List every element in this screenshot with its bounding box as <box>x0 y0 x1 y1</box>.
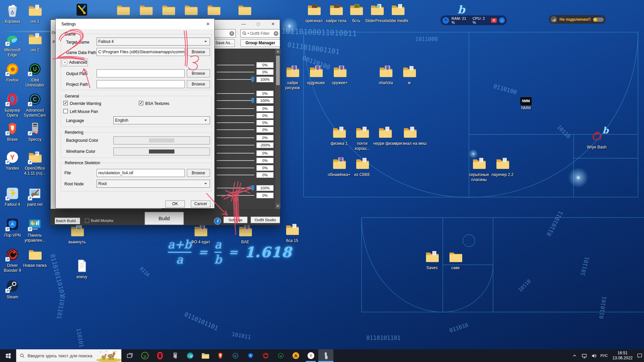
project-path-input[interactable] <box>97 80 185 88</box>
desktop-icon[interactable]: UIObit Uninstaller <box>19 62 51 87</box>
taskbar-app-operatb[interactable] <box>152 349 167 362</box>
advanced-toggle[interactable]: Advanced <box>62 59 87 65</box>
desktop-icon[interactable]: cbbe medhi <box>382 3 414 23</box>
scroll-down-icon[interactable]: ▼ <box>275 203 280 209</box>
desktop-icon[interactable]: лаунчер 2.2 <box>486 157 519 177</box>
desktop-icon[interactable]: выкинуть <box>61 224 93 245</box>
slider-value[interactable]: 100% <box>256 76 274 82</box>
taskbar-app-bodyslide[interactable] <box>318 349 333 362</box>
taskbar-app-bravetb[interactable] <box>213 349 228 362</box>
desktop-icon[interactable]: ФО 4 едит <box>184 224 217 245</box>
save-as-button[interactable]: Save As... <box>214 39 235 47</box>
desktop-icon[interactable]: BAE <box>229 224 261 245</box>
slider-track[interactable] <box>217 129 254 130</box>
slider-value[interactable]: 0% <box>256 62 274 68</box>
browse-project-button[interactable]: Browse <box>187 80 210 88</box>
batch-build-button[interactable]: Batch Build... <box>55 218 80 224</box>
vpn-toggle[interactable] <box>593 17 604 22</box>
output-path-input[interactable] <box>97 69 185 77</box>
bsa-textures-checkbox[interactable]: ✓ <box>139 101 143 105</box>
slider-value[interactable]: 0% <box>256 172 274 178</box>
build-morphs-checkbox[interactable] <box>85 219 89 223</box>
slider-track[interactable] <box>217 122 254 123</box>
desktop-icon[interactable]: OpenOffice 4.1.11 (ru)... <box>19 150 51 176</box>
taskbar-app-edgetb[interactable] <box>182 349 198 362</box>
tray-language[interactable]: РУС <box>598 349 610 362</box>
close-button[interactable]: ✕ <box>269 22 277 26</box>
root-node-select[interactable]: Root <box>97 180 210 188</box>
desktop-icon[interactable] <box>66 3 98 18</box>
desktop-icon[interactable]: Speccy <box>19 121 51 142</box>
desktop-icon[interactable]: enevy <box>66 259 98 280</box>
tray-volume-icon[interactable] <box>589 349 598 362</box>
slider-value[interactable]: 0% <box>256 150 274 156</box>
scrollbar-thumb[interactable] <box>276 56 280 85</box>
vpn-status-widget[interactable]: Не подключен!! <box>549 15 606 24</box>
slider-thumb[interactable] <box>251 98 254 104</box>
tray-network-icon[interactable] <box>580 349 589 362</box>
arrow-right-icon[interactable]: → <box>499 17 505 23</box>
slider-value[interactable]: 0% <box>256 90 274 97</box>
language-select[interactable]: English <box>113 116 210 124</box>
desktop-icon[interactable]: оружие+ <box>324 65 356 85</box>
maximize-button[interactable]: □ <box>254 22 262 26</box>
slider-track[interactable] <box>217 65 254 65</box>
slider-track[interactable] <box>217 153 254 154</box>
slider-track[interactable] <box>217 108 254 109</box>
slider-value[interactable]: 0% <box>256 192 274 198</box>
desktop-icon[interactable] <box>228 3 261 18</box>
desktop-icon[interactable]: Панель управлен... <box>19 217 51 243</box>
slider-thumb[interactable] <box>251 77 254 82</box>
desktop-icon-nmm[interactable]: NMM NMM <box>510 97 542 111</box>
game-data-path-input[interactable]: C:\Program Files (x86)\Steam\steamapps\c… <box>97 48 185 56</box>
scrollbar[interactable]: ▲ ▼ <box>275 49 280 209</box>
desktop-icon[interactable]: Steam <box>0 279 29 300</box>
dialog-titlebar[interactable]: Settings ✕ <box>56 19 214 29</box>
slider-value[interactable]: 0% <box>256 127 274 133</box>
minimize-button[interactable]: — <box>239 22 248 26</box>
filter-dropdown-arrow[interactable]: ▾ <box>248 30 249 37</box>
taskbar-app-utorrent[interactable]: µ <box>137 349 152 362</box>
outfit-studio-button[interactable]: Outfit Studio <box>251 217 280 223</box>
slider-track[interactable] <box>217 79 254 80</box>
taskbar-app-explorer[interactable] <box>198 349 213 362</box>
taskbar-app-iobittb[interactable]: U <box>273 349 288 362</box>
slider-value[interactable]: 0% <box>256 120 274 126</box>
slider-track[interactable] <box>217 100 254 101</box>
browse-output-button[interactable]: Browse <box>187 69 210 77</box>
browse-skeleton-button[interactable]: Browse <box>187 169 210 177</box>
clear-filter-icon[interactable]: ✕ <box>229 31 234 36</box>
taskbar-app-itoptb[interactable] <box>243 349 258 362</box>
desktop-icon[interactable]: из CBBE <box>346 157 378 177</box>
browse-game-data-button[interactable]: Browse <box>187 48 210 56</box>
override-warning-checkbox[interactable]: ✓ <box>63 101 68 105</box>
camera-icon[interactable] <box>491 18 497 23</box>
preset-filter-input[interactable]: ✕ <box>214 29 236 38</box>
taskbar-search[interactable]: Введите здесь текст для поиска <box>16 349 121 362</box>
desktop-icon[interactable]: саве <box>439 250 472 270</box>
desktop-icon[interactable]: оригинал на меш <box>394 125 426 146</box>
tray-chevron-up-icon[interactable] <box>570 349 579 362</box>
group-manager-button[interactable]: Group Manager <box>240 39 280 47</box>
slider-value[interactable]: 100% <box>256 185 274 191</box>
desktop-icon[interactable]: paint.net <box>19 186 51 207</box>
desktop-icon[interactable]: oni 2 <box>19 32 51 53</box>
action-center-icon[interactable] <box>635 349 644 362</box>
slider-value[interactable]: 0% <box>256 135 274 141</box>
desktop-icon[interactable]: 6ca 15 <box>276 223 308 243</box>
outfit-filter-input[interactable]: ▾ Outfit Filter ✕ <box>240 29 280 38</box>
background-color-button[interactable] <box>113 136 210 144</box>
desktop-icon[interactable]: Wrye Bash <box>581 129 613 150</box>
slider-track[interactable] <box>217 188 254 188</box>
skeleton-file-input[interactable]: res/skeleton_fo4.nif <box>97 169 185 177</box>
slider-track[interactable] <box>217 115 254 116</box>
slider-track[interactable] <box>217 160 254 161</box>
slider-track[interactable] <box>217 195 254 196</box>
desktop-icon[interactable]: м <box>393 65 425 85</box>
taskbar-app-dbtb[interactable] <box>258 349 273 362</box>
slider-track[interactable] <box>217 137 254 138</box>
performance-widget[interactable]: RAM: 21 % CPU: 2 % → <box>440 15 507 25</box>
slider-track[interactable] <box>217 145 254 145</box>
info-icon[interactable]: i <box>214 218 221 225</box>
start-button[interactable] <box>0 349 16 362</box>
